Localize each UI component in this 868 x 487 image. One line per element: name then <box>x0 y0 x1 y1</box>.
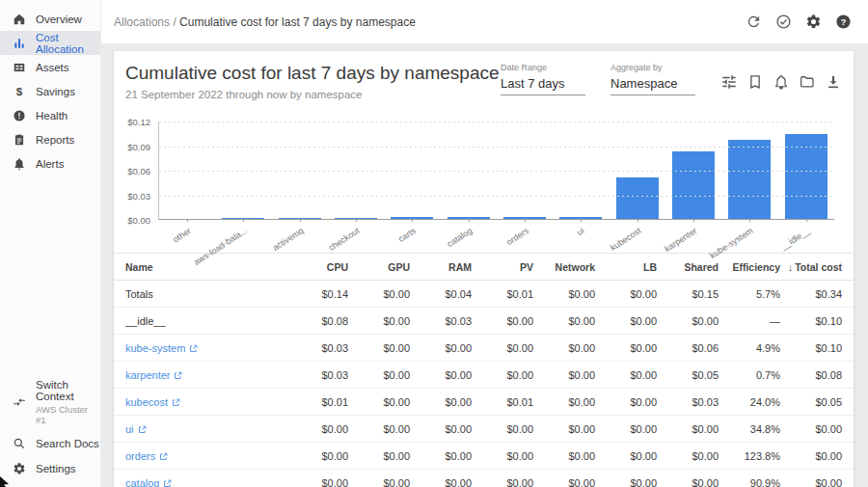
column-header-pv[interactable]: PV <box>472 254 533 281</box>
filters-tune-icon[interactable] <box>720 73 738 91</box>
column-header-total-cost[interactable]: ↓Total cost <box>780 254 854 281</box>
sidebar-item-label: Assets <box>36 62 69 73</box>
x-axis-tick <box>637 219 638 222</box>
sidebar-item-alerts[interactable]: Alerts <box>0 151 100 176</box>
bar-karpenter[interactable] <box>672 151 715 219</box>
gridline <box>159 122 834 122</box>
cell-shared: $0.03 <box>657 389 719 416</box>
cell-efficiency: — <box>719 308 780 335</box>
folder-icon[interactable] <box>799 73 816 91</box>
x-axis-tick-label: carts <box>396 226 418 244</box>
row-name[interactable]: catalog <box>125 477 159 487</box>
row-name[interactable]: orders <box>125 450 155 462</box>
alert-bell-icon[interactable] <box>773 73 790 91</box>
cell-network: $0.00 <box>533 416 595 443</box>
cell-shared: $0.00 <box>657 470 719 487</box>
table-header: NameCPUGPURAMPVNetworkLBSharedEfficiency… <box>114 254 854 281</box>
cell-ram: $0.04 <box>410 281 472 308</box>
column-header-gpu[interactable]: GPU <box>348 254 410 281</box>
bell-icon <box>13 157 26 171</box>
bookmark-icon[interactable] <box>746 73 764 91</box>
cell-lb: $0.00 <box>595 470 657 487</box>
cell-ram: $0.00 <box>410 389 472 416</box>
download-icon[interactable] <box>825 73 842 91</box>
switch-context-label: Switch Context <box>36 379 100 402</box>
cell-lb: $0.00 <box>595 362 657 389</box>
cell-efficiency: 0.7% <box>719 362 780 389</box>
row-name[interactable]: kube-system <box>125 342 185 354</box>
y-axis-tick-label: $0.00 <box>122 215 150 226</box>
report-controls: Date Range Last 7 days Aggregate by Name… <box>501 63 842 95</box>
cell-cpu: $0.03 <box>286 362 348 389</box>
cell-total-cost: $0.00 <box>780 443 854 470</box>
column-header-ram[interactable]: RAM <box>410 254 472 281</box>
cell-efficiency: 5.7% <box>719 281 780 308</box>
cell-lb: $0.00 <box>595 443 657 470</box>
cell-network: $0.00 <box>533 335 595 362</box>
cell-pv: $0.00 <box>472 470 533 487</box>
cell-lb: $0.00 <box>595 308 657 335</box>
report-toolbar <box>720 73 842 91</box>
cell-shared: $0.00 <box>657 416 719 443</box>
cell-efficiency: 90.9% <box>719 470 780 487</box>
x-axis-tick-label: orders <box>504 226 530 247</box>
sidebar-item-overview[interactable]: Overview <box>0 7 100 31</box>
search-docs-button[interactable]: Search Docs <box>0 431 100 456</box>
x-axis-tick <box>243 219 244 222</box>
cell-shared: $0.06 <box>657 335 719 362</box>
bar-kube-system[interactable] <box>728 140 771 219</box>
column-header-cpu[interactable]: CPU <box>286 254 348 281</box>
cell-network: $0.00 <box>533 308 595 335</box>
column-header-network[interactable]: Network <box>533 254 595 281</box>
y-axis-tick-label: $0.12 <box>122 117 150 127</box>
check-circle-icon[interactable] <box>775 14 792 30</box>
row-name[interactable]: kubecost <box>125 396 168 408</box>
cell-efficiency: 24.0% <box>719 389 780 416</box>
column-header-efficiency[interactable]: Efficiency <box>719 254 780 281</box>
sidebar-item-health[interactable]: Health <box>0 103 100 127</box>
name-cell: kubecost <box>114 389 286 416</box>
sidebar-item-assets[interactable]: Assets <box>0 55 100 79</box>
sidebar-item-label: Health <box>36 110 68 122</box>
refresh-icon[interactable] <box>746 14 762 30</box>
sidebar-item-savings[interactable]: $ Savings <box>0 79 100 103</box>
settings-button[interactable]: Settings <box>0 456 100 481</box>
date-range-select[interactable]: Last 7 days <box>501 76 585 95</box>
column-header-shared[interactable]: Shared <box>657 254 719 281</box>
cell-pv: $0.00 <box>472 362 533 389</box>
cell-efficiency: 4.9% <box>719 335 780 362</box>
aggregate-by-select[interactable]: Namespace <box>610 76 695 95</box>
switch-context-button[interactable]: Switch Context AWS Cluster #1 <box>0 373 100 431</box>
card-header: Cumulative cost for last 7 days by names… <box>114 51 854 105</box>
gridline <box>159 147 834 148</box>
topbar-icons: ? <box>746 14 852 30</box>
breadcrumb-page: Cumulative cost for last 7 days by names… <box>179 15 416 29</box>
row-name: __idle__ <box>125 315 166 327</box>
row-name[interactable]: ui <box>125 423 134 435</box>
help-icon[interactable]: ? <box>835 14 852 30</box>
gear-icon[interactable] <box>805 14 822 30</box>
sidebar-item-reports[interactable]: Reports <box>0 127 100 151</box>
assets-icon <box>13 61 26 74</box>
x-axis-tick-label: other <box>171 226 193 245</box>
table-row: kubecost $0.01$0.00$0.00$0.01$0.00$0.00$… <box>114 389 854 416</box>
sidebar-item-cost-allocation[interactable]: Cost Allocation <box>0 31 100 55</box>
row-name[interactable]: karpenter <box>125 369 170 381</box>
cell-total-cost: $0.00 <box>780 416 854 443</box>
cell-cpu: $0.14 <box>286 281 348 308</box>
name-cell: Totals <box>114 281 286 308</box>
y-axis-tick-label: $0.06 <box>122 166 150 176</box>
gear-icon <box>13 462 26 475</box>
cell-cpu: $0.00 <box>286 470 348 487</box>
name-cell: orders <box>114 443 286 470</box>
cell-total-cost: $0.00 <box>780 470 854 487</box>
cell-gpu: $0.00 <box>348 335 410 362</box>
breadcrumb-section[interactable]: Allocations <box>114 15 170 29</box>
column-header-lb[interactable]: LB <box>595 254 657 281</box>
bar-kubecost[interactable] <box>616 177 659 219</box>
cell-gpu: $0.00 <box>348 443 410 470</box>
sidebar-item-label: Reports <box>36 134 74 146</box>
x-axis-tick <box>693 219 694 222</box>
sort-descending-icon: ↓ <box>788 261 794 273</box>
x-axis-tick <box>749 219 750 222</box>
